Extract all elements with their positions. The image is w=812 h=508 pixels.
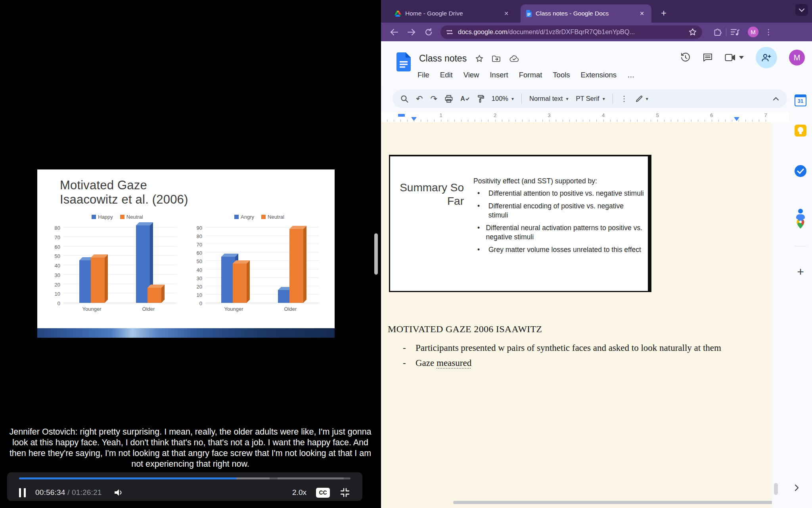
pane-scrollbar[interactable]: [374, 233, 378, 275]
close-tab-icon[interactable]: ✕: [502, 10, 510, 17]
progress-fill: [19, 477, 236, 479]
star-document-icon[interactable]: [475, 55, 483, 62]
cloud-saved-icon[interactable]: [509, 55, 519, 62]
document-page[interactable]: Summary So Far Positivity effect (and SS…: [381, 122, 772, 508]
forward-icon[interactable]: [407, 29, 416, 36]
exit-fullscreen-icon[interactable]: [339, 487, 350, 498]
menu-view[interactable]: View: [463, 71, 479, 79]
video-progress-bar[interactable]: [19, 477, 350, 479]
site-settings-icon[interactable]: [446, 29, 453, 35]
more-options-icon[interactable]: ⋮: [620, 94, 628, 103]
ruler-tick: [441, 119, 441, 122]
bar-group: Older: [136, 225, 161, 303]
maps-icon[interactable]: [795, 217, 806, 229]
ruler-tick: [739, 119, 739, 122]
font-family-select[interactable]: PT Serif▾: [576, 95, 605, 102]
editing-mode-select[interactable]: ▾: [636, 95, 648, 102]
version-history-icon[interactable]: [680, 52, 691, 63]
keep-icon[interactable]: [795, 125, 806, 137]
docs-header-actions: M: [680, 47, 805, 68]
menu-tools[interactable]: Tools: [553, 71, 570, 79]
bookmark-star-icon[interactable]: [689, 28, 697, 36]
menu-edit[interactable]: Edit: [440, 71, 453, 79]
horizontal-scrollbar[interactable]: [453, 501, 773, 504]
captions-toggle[interactable]: CC: [316, 488, 330, 498]
plot-area: YoungerOlder: [205, 228, 319, 303]
ruler-tick: [705, 119, 705, 122]
collapse-panel-icon[interactable]: [792, 483, 801, 494]
total-duration: 01:26:21: [72, 488, 102, 496]
ruler-tick: [461, 119, 462, 122]
doc-heading: MOTIVATED GAZE 2006 ISAAWITZ: [388, 324, 542, 335]
account-avatar[interactable]: M: [789, 50, 805, 65]
ruler-tick: [657, 119, 658, 122]
ruler-tick: [617, 119, 617, 122]
add-apps-icon[interactable]: +: [795, 266, 806, 278]
ruler-tick: [651, 119, 651, 122]
extensions-icon[interactable]: [713, 28, 722, 37]
buffered-segment: [278, 477, 344, 479]
address-bar[interactable]: docs.google.com/document/d/1vz8rDXFBqrR7…: [440, 25, 702, 39]
tab-strip: Home - Google Drive ✕ Class notes - Goog…: [381, 0, 812, 23]
calendar-icon[interactable]: 31: [795, 94, 806, 106]
zoom-select[interactable]: 100%▾: [492, 95, 514, 102]
ruler-tick: [481, 119, 482, 122]
y-axis-labels: 01020304050607080: [50, 225, 63, 303]
slide-title-line1: Motivated Gaze: [60, 178, 147, 192]
spellcheck-icon[interactable]: A: [460, 95, 469, 102]
embedded-slide-image[interactable]: Summary So Far Positivity effect (and SS…: [389, 155, 651, 292]
tab-list-button[interactable]: [795, 4, 808, 16]
ruler-tick: [590, 119, 590, 122]
time-display: 00:56:34 / 01:26:21: [35, 488, 102, 497]
plot-area: YoungerOlder: [63, 228, 177, 303]
comments-icon[interactable]: [703, 53, 713, 62]
ruler-tick: [630, 119, 631, 122]
pen-icon: [636, 95, 643, 102]
tab-class-notes[interactable]: Class notes - Google Docs ✕: [521, 4, 651, 23]
ruler-tick: [387, 119, 387, 122]
bar-neutral-younger: [233, 264, 247, 303]
vertical-scrollbar[interactable]: [774, 483, 778, 495]
redo-icon[interactable]: ↷: [431, 94, 438, 104]
reload-icon[interactable]: [425, 28, 433, 36]
playback-speed-button[interactable]: 2.0x: [292, 488, 306, 497]
docs-home-icon[interactable]: [396, 52, 411, 71]
menu-[interactable]: …: [627, 71, 635, 79]
document-title[interactable]: Class notes: [419, 53, 467, 64]
hide-menus-icon[interactable]: [773, 97, 779, 101]
search-menus-icon[interactable]: [400, 95, 408, 103]
pause-button[interactable]: [19, 488, 26, 497]
print-icon[interactable]: [445, 95, 453, 103]
volume-icon[interactable]: [113, 488, 123, 497]
media-controls-icon[interactable]: [730, 28, 740, 36]
join-call-button[interactable]: [725, 54, 744, 62]
ruler-number: 2: [494, 112, 496, 118]
video-player[interactable]: Motivated GazeIsaacowitz et al. (2006) H…: [0, 0, 381, 508]
docs-header: Class notes FileEditViewInsertFormatTool…: [381, 41, 812, 88]
close-tab-icon[interactable]: ✕: [638, 10, 646, 17]
ruler-tick: [394, 119, 394, 122]
new-tab-button[interactable]: +: [658, 8, 670, 23]
ruler-tick: [529, 119, 529, 122]
browser-profile-avatar[interactable]: M: [748, 27, 758, 37]
menu-insert[interactable]: Insert: [490, 71, 508, 79]
back-icon[interactable]: [390, 29, 398, 36]
tab-google-drive[interactable]: Home - Google Drive ✕: [389, 4, 516, 23]
menu-extensions[interactable]: Extensions: [581, 71, 617, 79]
undo-icon[interactable]: ↶: [416, 94, 423, 104]
menu-format[interactable]: Format: [519, 71, 542, 79]
tasks-icon[interactable]: [795, 165, 806, 177]
move-to-folder-icon[interactable]: [492, 55, 501, 62]
ruler-tick: [400, 119, 401, 122]
share-button[interactable]: [756, 47, 777, 68]
first-line-indent-marker[interactable]: [398, 114, 405, 117]
ruler-number: 1: [439, 112, 442, 118]
ruler-tick: [576, 119, 576, 122]
paint-format-icon[interactable]: [477, 95, 484, 103]
paragraph-style-select[interactable]: Normal text▾: [529, 95, 568, 102]
menu-file[interactable]: File: [417, 71, 429, 79]
ruler-tick: [495, 119, 496, 122]
url-text: docs.google.com/document/d/1vz8rDXFBqrR7…: [458, 28, 684, 36]
browser-menu-icon[interactable]: ⋮: [765, 27, 772, 37]
google-drive-icon: [395, 11, 401, 17]
